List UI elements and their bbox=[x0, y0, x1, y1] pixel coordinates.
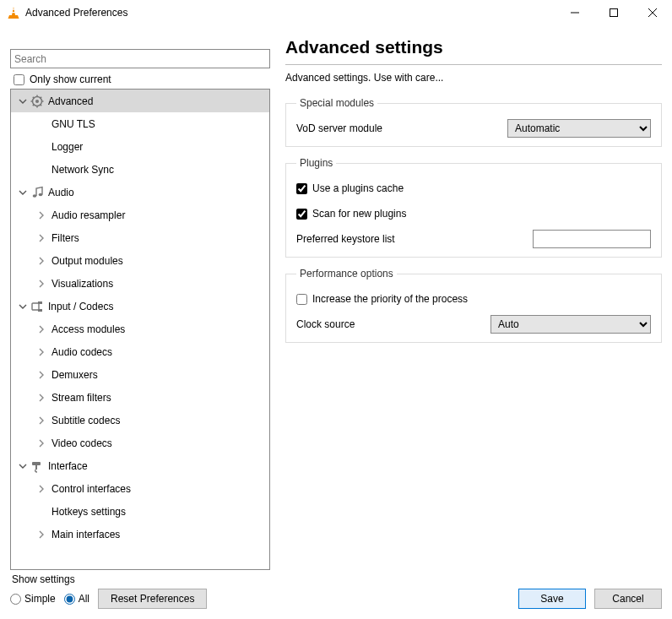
tree-item-label: Control interfaces bbox=[51, 483, 131, 495]
scan-plugins-label[interactable]: Scan for new plugins bbox=[312, 208, 406, 220]
tree-item-label: Main interfaces bbox=[51, 529, 120, 540]
tree-item-stream-filters[interactable]: Stream filters bbox=[11, 386, 269, 409]
tree-item-access-modules[interactable]: Access modules bbox=[11, 318, 269, 340]
only-show-current-checkbox[interactable] bbox=[14, 74, 24, 85]
special-modules-group: Special modules VoD server module Automa… bbox=[285, 97, 662, 147]
tree-item-filters[interactable]: Filters bbox=[11, 226, 269, 249]
chevron-right-icon[interactable] bbox=[35, 257, 48, 265]
window-title: Advanced Preferences bbox=[25, 7, 555, 19]
chevron-down-icon[interactable] bbox=[16, 302, 30, 311]
svg-rect-20 bbox=[38, 309, 42, 312]
tree-item-label: Video codecs bbox=[51, 437, 112, 449]
increase-priority-label[interactable]: Increase the priority of the process bbox=[312, 293, 468, 305]
tree-item-label: Visualizations bbox=[51, 278, 113, 290]
tree-item-audio-codecs[interactable]: Audio codecs bbox=[11, 340, 269, 363]
chevron-down-icon[interactable] bbox=[16, 462, 30, 470]
cancel-button[interactable]: Cancel bbox=[594, 589, 662, 609]
tree-item-advanced[interactable]: Advanced bbox=[11, 90, 269, 112]
tree-item-label: Audio resampler bbox=[51, 209, 125, 221]
tree-item-input-codecs[interactable]: Input / Codecs bbox=[11, 295, 269, 318]
scan-plugins-checkbox[interactable] bbox=[296, 209, 307, 220]
tree-item-interface[interactable]: Interface bbox=[11, 454, 269, 477]
tree-item-label: Output modules bbox=[51, 255, 123, 267]
use-plugins-cache-label[interactable]: Use a plugins cache bbox=[312, 182, 404, 194]
svg-rect-18 bbox=[32, 303, 39, 310]
show-settings-label: Show settings bbox=[12, 573, 207, 585]
maximize-button[interactable] bbox=[594, 0, 633, 25]
tree-item-demuxers[interactable]: Demuxers bbox=[11, 363, 269, 386]
tree-item-control-interfaces[interactable]: Control interfaces bbox=[11, 477, 269, 500]
brush-icon bbox=[30, 459, 45, 474]
tree-item-video-codecs[interactable]: Video codecs bbox=[11, 432, 269, 454]
chevron-right-icon[interactable] bbox=[35, 485, 48, 493]
reset-preferences-button[interactable]: Reset Preferences bbox=[98, 589, 207, 609]
vod-server-select[interactable]: Automatic bbox=[507, 119, 651, 138]
all-mode-radio-label[interactable]: All bbox=[64, 593, 89, 605]
svg-rect-19 bbox=[38, 301, 42, 304]
save-button[interactable]: Save bbox=[518, 589, 586, 609]
tree-item-subtitle-codecs[interactable]: Subtitle codecs bbox=[11, 409, 269, 432]
tree-item-label: Demuxers bbox=[51, 369, 98, 381]
chevron-right-icon[interactable] bbox=[35, 416, 48, 425]
vlc-cone-icon bbox=[7, 6, 20, 19]
tree-item-visualizations[interactable]: Visualizations bbox=[11, 272, 269, 295]
performance-legend: Performance options bbox=[296, 268, 397, 280]
titlebar: Advanced Preferences bbox=[0, 0, 672, 25]
tree-item-label: GNU TLS bbox=[51, 118, 95, 130]
tree-item-audio-resampler[interactable]: Audio resampler bbox=[11, 204, 269, 226]
chevron-down-icon[interactable] bbox=[16, 188, 30, 197]
page-subtitle: Advanced settings. Use with care... bbox=[285, 72, 662, 84]
preferences-tree[interactable]: AdvancedGNU TLSLoggerNetwork SyncAudioAu… bbox=[10, 89, 270, 570]
tree-item-logger[interactable]: Logger bbox=[11, 135, 269, 158]
chevron-right-icon[interactable] bbox=[35, 325, 48, 334]
svg-rect-1 bbox=[12, 12, 16, 13]
use-plugins-cache-checkbox[interactable] bbox=[296, 183, 307, 194]
minimize-button[interactable] bbox=[555, 0, 594, 25]
chevron-right-icon[interactable] bbox=[35, 530, 48, 539]
codec-icon bbox=[30, 299, 45, 314]
note-icon bbox=[30, 185, 45, 200]
tree-item-label: Advanced bbox=[48, 95, 93, 107]
tree-item-network-sync[interactable]: Network Sync bbox=[11, 158, 269, 181]
clock-source-select[interactable]: Auto bbox=[490, 315, 651, 334]
tree-item-label: Audio codecs bbox=[51, 346, 112, 358]
chevron-right-icon[interactable] bbox=[35, 348, 48, 356]
chevron-right-icon[interactable] bbox=[35, 371, 48, 379]
svg-rect-3 bbox=[610, 9, 618, 17]
vod-server-label: VoD server module bbox=[296, 122, 507, 134]
tree-item-label: Input / Codecs bbox=[48, 301, 113, 312]
increase-priority-checkbox[interactable] bbox=[296, 294, 307, 305]
keystore-label: Preferred keystore list bbox=[296, 233, 533, 245]
chevron-right-icon[interactable] bbox=[35, 234, 48, 242]
chevron-right-icon[interactable] bbox=[35, 439, 48, 448]
simple-mode-radio-label[interactable]: Simple bbox=[10, 593, 56, 605]
page-title: Advanced settings bbox=[285, 37, 662, 57]
tree-item-label: Logger bbox=[51, 141, 83, 153]
svg-rect-0 bbox=[12, 9, 14, 10]
tree-item-gnu-tls[interactable]: GNU TLS bbox=[11, 112, 269, 135]
special-modules-legend: Special modules bbox=[296, 97, 377, 109]
tree-item-label: Network Sync bbox=[51, 164, 114, 176]
keystore-input[interactable] bbox=[533, 230, 651, 248]
tree-item-label: Interface bbox=[48, 460, 88, 472]
tree-item-main-interfaces[interactable]: Main interfaces bbox=[11, 523, 269, 546]
tree-item-audio[interactable]: Audio bbox=[11, 181, 269, 204]
svg-point-7 bbox=[35, 100, 39, 103]
gear-icon bbox=[30, 94, 45, 109]
heading-divider bbox=[285, 64, 662, 65]
chevron-right-icon[interactable] bbox=[35, 211, 48, 220]
tree-item-label: Hotkeys settings bbox=[51, 506, 126, 518]
tree-item-label: Subtitle codecs bbox=[51, 415, 120, 426]
close-button[interactable] bbox=[633, 0, 672, 25]
all-mode-radio[interactable] bbox=[64, 594, 75, 605]
chevron-right-icon[interactable] bbox=[35, 280, 48, 288]
tree-item-hotkeys-settings[interactable]: Hotkeys settings bbox=[11, 500, 269, 523]
tree-item-output-modules[interactable]: Output modules bbox=[11, 249, 269, 272]
only-show-current-label[interactable]: Only show current bbox=[30, 73, 111, 85]
search-input[interactable] bbox=[10, 49, 270, 68]
chevron-down-icon[interactable] bbox=[16, 97, 30, 106]
chevron-right-icon[interactable] bbox=[35, 394, 48, 402]
simple-mode-radio[interactable] bbox=[10, 594, 21, 605]
settings-pane: Advanced settings Advanced settings. Use… bbox=[270, 25, 662, 570]
tree-item-label: Access modules bbox=[51, 323, 125, 335]
